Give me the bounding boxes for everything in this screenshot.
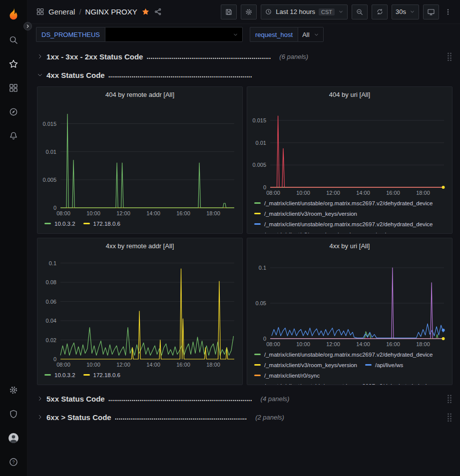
panel-header[interactable]: 4xx by uri [All]: [247, 238, 452, 253]
svg-text:08:00: 08:00: [266, 190, 280, 196]
row-header-6xx[interactable]: 6xx > Status Code ......................…: [37, 411, 453, 424]
share-icon[interactable]: [154, 7, 162, 16]
svg-text:16:00: 16:00: [176, 362, 190, 368]
time-range-picker[interactable]: Last 12 hours CST: [261, 4, 348, 19]
panel-title: 404 by uri [All]: [329, 91, 370, 98]
sidebar-item-explore[interactable]: [0, 100, 27, 124]
svg-text:0.015: 0.015: [42, 121, 56, 127]
row-title: 6xx > Status Code: [46, 413, 111, 422]
legend-label: /_matrix/client/v3/room_keys/version: [264, 362, 357, 368]
legend-item[interactable]: /_matrix/client/unstable/org.matrix.msc2…: [254, 198, 433, 208]
panel-title: 404 by remote addr [All]: [105, 91, 174, 98]
row-drag-handle-icon[interactable]: [447, 413, 453, 422]
svg-text:18:00: 18:00: [416, 341, 430, 347]
panel-legend: 10.0.3.2172.18.0.6: [37, 369, 242, 385]
legend-item[interactable]: /_matrix/client/v3/room_keys/version: [254, 229, 357, 233]
legend-label: 10.0.3.2: [54, 372, 75, 378]
sidebar-item-server-admin[interactable]: [0, 402, 27, 426]
legend-item[interactable]: /api/live/ws: [365, 360, 403, 370]
sidebar-item-configuration[interactable]: [0, 378, 27, 402]
svg-text:0.05: 0.05: [256, 300, 266, 306]
legend-label: 10.0.3.2: [54, 221, 75, 227]
sidebar-item-alerting[interactable]: [0, 124, 27, 148]
refresh-interval-value: 30s: [396, 8, 406, 15]
time-series-chart: 00.0050.010.01508:0010:0012:0014:0016:00…: [37, 102, 242, 218]
sidebar-item-search[interactable]: [0, 28, 27, 52]
dashboard-settings-button[interactable]: [241, 4, 257, 19]
panel-header[interactable]: 4xx by remote addr [All]: [37, 238, 242, 253]
legend-marker: [254, 202, 261, 204]
legend-item[interactable]: /_matrix/client/r0/sync: [254, 370, 320, 381]
legend-item[interactable]: 10.0.3.2: [44, 218, 75, 229]
legend-item[interactable]: /_matrix/client/unstable/org.matrix.msc2…: [254, 381, 433, 385]
legend-label: /_matrix/client/unstable/org.matrix.msc2…: [264, 352, 433, 358]
row-header-5xx[interactable]: 5xx Status Code ........................…: [37, 392, 453, 405]
legend-marker: [365, 364, 372, 366]
chevron-right-icon: [37, 53, 43, 59]
breadcrumb-folder[interactable]: General: [48, 7, 75, 16]
panel-header[interactable]: 404 by remote addr [All]: [37, 87, 242, 102]
svg-text:14:00: 14:00: [356, 190, 370, 196]
search-icon: [8, 35, 18, 45]
row-title: 5xx Status Code: [46, 395, 105, 403]
svg-text:08:00: 08:00: [56, 210, 70, 216]
row-drag-handle-icon[interactable]: [447, 394, 453, 403]
refresh-icon: [376, 8, 384, 15]
breadcrumb-separator: /: [79, 7, 81, 16]
request-host-variable-select[interactable]: All: [298, 27, 323, 42]
favorite-star-icon[interactable]: [141, 7, 150, 16]
sidebar-item-dashboards[interactable]: [0, 76, 27, 100]
request-host-variable-label[interactable]: request_host: [250, 27, 298, 42]
sidebar-item-starred[interactable]: [0, 52, 27, 76]
sidebar-item-profile[interactable]: [0, 426, 27, 450]
row-title-dots: ........................................…: [108, 395, 252, 403]
chevron-down-icon: [338, 9, 344, 14]
svg-text:0.04: 0.04: [46, 318, 56, 324]
row-title: 1xx - 3xx - 2xx Status Code: [46, 52, 143, 61]
request-host-variable: request_host All: [250, 27, 324, 42]
row-header-4xx[interactable]: 4xx Status Code ........................…: [37, 68, 453, 81]
row-drag-handle-icon[interactable]: [447, 52, 453, 61]
sidebar-item-help[interactable]: ?: [0, 450, 27, 474]
legend-label: /_matrix/client/v3/room_keys/version: [264, 211, 357, 217]
svg-text:08:00: 08:00: [56, 362, 70, 368]
apps-grid-icon: [36, 7, 44, 16]
panel-header[interactable]: 404 by uri [All]: [247, 87, 452, 102]
legend-item[interactable]: /_matrix/client/v3/room_keys/version: [254, 208, 357, 219]
time-series-chart: 00.020.040.060.080.108:0010:0012:0014:00…: [37, 253, 242, 369]
svg-text:12:00: 12:00: [116, 362, 130, 368]
legend-label: /_matrix/client/v3/room_keys/version: [264, 232, 357, 234]
refresh-button[interactable]: [372, 4, 388, 19]
grafana-logo[interactable]: [0, 0, 27, 28]
panel-legend: /_matrix/client/unstable/org.matrix.msc2…: [247, 349, 452, 385]
svg-text:18:00: 18:00: [416, 190, 430, 196]
sidebar-collapse-button[interactable]: [23, 22, 32, 30]
svg-text:16:00: 16:00: [386, 341, 400, 347]
legend-marker: [44, 223, 51, 224]
legend-label: /sw.js: [375, 232, 389, 234]
datasource-variable-select[interactable]: [105, 27, 243, 42]
legend-item[interactable]: 172.18.0.6: [83, 370, 120, 380]
svg-text:12:00: 12:00: [116, 210, 130, 216]
legend-item[interactable]: /_matrix/client/unstable/org.matrix.msc2…: [254, 219, 433, 229]
datasource-variable: DS_PROMETHEUS: [36, 27, 243, 42]
legend-item[interactable]: 172.18.0.6: [83, 218, 120, 229]
legend-item[interactable]: /sw.js: [365, 229, 389, 233]
svg-text:10:00: 10:00: [296, 341, 310, 347]
datasource-variable-label[interactable]: DS_PROMETHEUS: [36, 27, 105, 42]
time-series-chart: 00.0050.010.01508:0010:0012:0014:0016:00…: [247, 102, 452, 197]
kebab-menu-icon[interactable]: [443, 7, 453, 17]
legend-item[interactable]: /_matrix/client/unstable/org.matrix.msc2…: [254, 349, 433, 360]
save-dashboard-button[interactable]: [221, 4, 237, 19]
legend-item[interactable]: /_matrix/client/v3/room_keys/version: [254, 360, 357, 370]
row-header-1xx-3xx-2xx[interactable]: 1xx - 3xx - 2xx Status Code ............…: [37, 50, 453, 63]
svg-text:14:00: 14:00: [146, 362, 160, 368]
cycle-view-mode-button[interactable]: [423, 4, 439, 19]
legend-item[interactable]: 10.0.3.2: [44, 370, 75, 380]
svg-text:0.015: 0.015: [252, 117, 266, 123]
zoom-out-button[interactable]: [352, 4, 368, 19]
time-series-chart: 00.050.108:0010:0012:0014:0016:0018:00: [247, 253, 452, 349]
legend-marker: [83, 374, 90, 376]
svg-text:0.1: 0.1: [259, 265, 266, 271]
refresh-interval-dropdown[interactable]: 30s: [392, 4, 419, 19]
